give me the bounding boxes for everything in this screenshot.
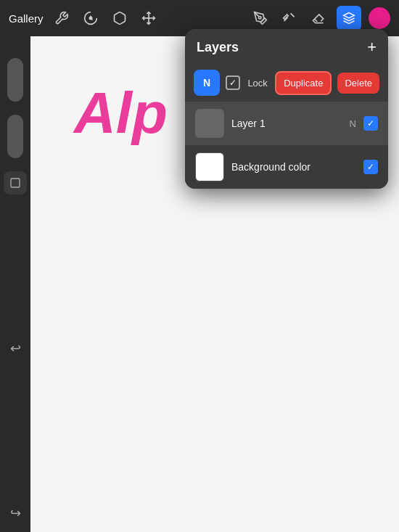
pen-icon[interactable] bbox=[250, 7, 271, 29]
eraser-icon[interactable] bbox=[308, 7, 329, 29]
layer-visibility-checkbox[interactable] bbox=[226, 75, 240, 90]
square-tool-button[interactable] bbox=[4, 171, 27, 195]
gallery-button[interactable]: Gallery bbox=[9, 12, 44, 25]
layer-1-mode[interactable]: N bbox=[350, 118, 356, 129]
layers-add-button[interactable]: + bbox=[367, 39, 377, 55]
delete-button[interactable]: Delete bbox=[337, 73, 379, 94]
transform-icon[interactable] bbox=[138, 7, 160, 29]
duplicate-button[interactable]: Duplicate bbox=[275, 71, 332, 95]
wrench-icon[interactable] bbox=[51, 7, 73, 29]
undo-button[interactable]: ↩ bbox=[4, 337, 27, 360]
color-picker[interactable] bbox=[369, 7, 390, 29]
opacity-slider[interactable] bbox=[7, 58, 23, 102]
svg-marker-4 bbox=[344, 13, 355, 19]
lock-button[interactable]: Lock bbox=[246, 78, 269, 89]
adjustments-icon[interactable] bbox=[80, 7, 102, 29]
smudge-icon[interactable] bbox=[279, 7, 300, 29]
layers-header: Layers + bbox=[185, 29, 388, 64]
selection-icon[interactable] bbox=[109, 7, 131, 29]
svg-point-3 bbox=[259, 17, 261, 19]
svg-rect-5 bbox=[11, 179, 20, 187]
svg-point-0 bbox=[89, 17, 92, 20]
canvas-preview-text: Alp bbox=[74, 80, 168, 147]
background-color-name: Background color bbox=[231, 161, 356, 173]
redo-button[interactable]: ↪ bbox=[4, 502, 27, 525]
background-color-row[interactable]: Background color bbox=[185, 145, 388, 189]
background-color-checkbox[interactable] bbox=[363, 160, 378, 174]
layers-icon[interactable] bbox=[337, 6, 361, 30]
toolbar-right bbox=[250, 6, 390, 30]
layer-1-row[interactable]: Layer 1 N bbox=[185, 102, 388, 145]
layer-actions-row: N Lock Duplicate Delete bbox=[185, 64, 388, 102]
layer-1-thumbnail bbox=[195, 109, 224, 138]
layer-1-name: Layer 1 bbox=[231, 118, 342, 129]
layers-title: Layers bbox=[197, 40, 239, 55]
left-sidebar: ↩ ↪ bbox=[0, 36, 30, 532]
toolbar-left: Gallery bbox=[9, 7, 160, 29]
layer-mode-badge[interactable]: N bbox=[194, 70, 220, 96]
layers-panel: Layers + N Lock Duplicate Delete Layer 1… bbox=[185, 29, 388, 189]
size-slider[interactable] bbox=[7, 115, 23, 158]
layer-1-checkbox[interactable] bbox=[363, 116, 378, 131]
background-color-thumbnail bbox=[195, 152, 224, 181]
